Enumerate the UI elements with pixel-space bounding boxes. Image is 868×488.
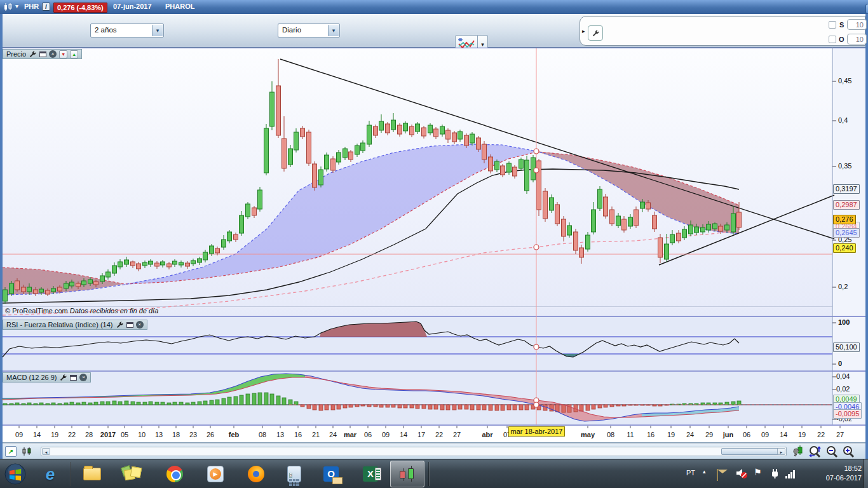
taskbar-chrome-icon[interactable] [158, 461, 192, 487]
wrench-icon[interactable] [29, 50, 37, 58]
start-button[interactable] [1, 461, 29, 487]
taskbar-media-player-icon[interactable]: ▶ [198, 461, 233, 487]
x-axis-label: 09 [15, 431, 23, 438]
detach-window-icon[interactable] [39, 51, 46, 57]
x-axis-label: mar [344, 431, 356, 438]
price-panel-title: Precio [6, 50, 26, 58]
taskbar-excel-icon[interactable]: X [353, 461, 388, 487]
symbol-dropdown-caret[interactable]: ▾ [15, 3, 18, 10]
tray-language[interactable]: PT [686, 469, 695, 488]
info-icon[interactable]: i [42, 3, 50, 11]
macd-marker-label: -0,0095 [833, 409, 862, 419]
copyright-line: © ProRealTime.com Datos recibidos en fin… [5, 307, 158, 315]
show-desktop-button[interactable] [864, 459, 868, 488]
range-caret-icon[interactable]: ▾ [152, 25, 163, 36]
scrollbar-thumb[interactable] [721, 448, 781, 455]
x-axis-label: 14 [33, 431, 41, 438]
x-axis-label: 21 [312, 431, 320, 438]
chart-settings-icon[interactable] [793, 445, 804, 459]
tray-date: 07-06-2017 [806, 473, 862, 483]
app-candlestick-icon [4, 3, 13, 13]
taskbar-firefox-icon[interactable] [239, 461, 273, 487]
rsi-axis-tick: 100 [838, 318, 850, 326]
timeframe-value: Diario [282, 26, 301, 34]
horizontal-scrollbar[interactable]: ◂ ▸ [41, 447, 787, 456]
chart-area[interactable]: Precio × ▼ ▲ © ProRealTime.com Datos rec… [0, 48, 868, 444]
s-checkbox-label: S [839, 21, 844, 29]
wrench-icon[interactable] [116, 321, 124, 329]
power-plug-icon[interactable] [769, 468, 780, 482]
taskbar-trading-platform-icon[interactable] [390, 461, 424, 487]
action-center-flag-icon[interactable]: ⚑ [754, 467, 762, 477]
price-marker-label: 0,3197 [833, 184, 860, 194]
scroll-left-icon[interactable]: ◂ [42, 448, 50, 455]
network-signal-icon[interactable] [785, 470, 795, 478]
macd-axis-tick: 0,04 [836, 372, 850, 380]
close-icon[interactable]: × [136, 321, 144, 329]
detach-window-icon[interactable] [126, 322, 133, 328]
taskbar-file-explorer-icon[interactable] [75, 461, 109, 487]
rsi-panel-tab: RSI - Fuerza Relativa (índice) (14) × [3, 320, 147, 330]
symbol-label: PHR [24, 3, 39, 10]
taskbar-calculator-icon[interactable]: 0 [280, 461, 309, 487]
timeframe-select[interactable]: Diario ▾ [278, 24, 340, 37]
x-axis-label: 29 [705, 431, 713, 438]
x-axis-label: 06 [364, 431, 372, 438]
candlestick-tool-icon[interactable] [22, 446, 33, 457]
price-chart-canvas[interactable] [0, 48, 868, 444]
taskbar-internet-explorer-icon[interactable]: e [33, 461, 67, 487]
x-axis-label: 26 [207, 431, 214, 438]
buy-shortcut-icon[interactable]: ▲ [70, 50, 78, 58]
macd-axis-tick: 0,02 [836, 385, 850, 393]
taskbar-outlook-icon[interactable]: O [314, 461, 348, 487]
s-value-input[interactable] [847, 19, 867, 30]
taskbar-sticky-notes-icon[interactable] [117, 461, 151, 487]
x-axis-label: 28 [85, 431, 93, 438]
macd-panel-tab: MACD (12 26 9) × [3, 372, 91, 383]
x-axis-label: 09 [761, 431, 769, 438]
rsi-panel-title: RSI - Fuerza Relativa (índice) (14) [6, 321, 113, 329]
x-axis-label: 24 [686, 431, 694, 438]
taskbar-clock[interactable]: 18:52 07-06-2017 [806, 464, 862, 483]
x-axis-label: 10 [138, 431, 146, 438]
scroll-right-icon[interactable]: ▸ [777, 448, 785, 455]
x-axis-label: 11 [627, 431, 634, 438]
sell-shortcut-icon[interactable]: ▼ [59, 50, 67, 58]
taskbar-divider [70, 462, 71, 486]
x-axis-label: 13 [276, 431, 284, 438]
detach-window-icon[interactable] [70, 375, 77, 381]
x-axis-label: 14 [780, 431, 787, 438]
stop-checkbox[interactable] [829, 21, 836, 29]
close-icon[interactable]: × [49, 50, 57, 58]
x-axis-label: 09 [382, 431, 390, 438]
price-panel-tab: Precio × ▼ ▲ [3, 49, 82, 59]
objective-checkbox[interactable] [829, 36, 836, 43]
x-axis-label: 27 [836, 431, 844, 438]
price-marker-label: 0,2645 [833, 228, 860, 238]
x-axis-label: 14 [400, 431, 407, 438]
crosshair-date-label: mar 18-abr-2017 [508, 426, 565, 437]
price-axis-tick: 0,45 [838, 77, 851, 85]
o-value-input[interactable] [847, 34, 867, 44]
order-settings-wrench-icon[interactable] [588, 25, 603, 41]
draw-export-icon[interactable]: ↗ [5, 446, 17, 457]
close-button[interactable]: × [865, 4, 868, 13]
timeframe-caret-icon[interactable]: ▾ [328, 25, 339, 36]
x-axis-label: 23 [189, 431, 197, 438]
x-axis-label: 17 [417, 431, 425, 438]
mail-icon[interactable] [717, 470, 718, 481]
rsi-marker-label: 50,100 [833, 342, 860, 352]
volume-muted-icon[interactable] [736, 468, 749, 482]
x-axis-label: 22 [68, 431, 76, 438]
x-axis-label: 19 [798, 431, 806, 438]
data-note-text: Datos recibidos en fin de día [70, 307, 158, 315]
panel-collapse-arrow[interactable]: ▸ [582, 28, 585, 34]
taskbar-divider [428, 462, 430, 486]
wrench-icon[interactable] [59, 374, 67, 382]
hidden-icons-chevron[interactable]: ▴ [703, 468, 706, 475]
range-select[interactable]: 2 años ▾ [90, 24, 164, 37]
x-axis-label: 19 [51, 431, 58, 438]
x-axis-label: 18 [172, 431, 180, 438]
close-icon[interactable]: × [79, 374, 87, 381]
window-titlebar: ▾ PHR i 0,276 (-4,83%) 07-jun-2017 PHARO… [0, 0, 868, 14]
